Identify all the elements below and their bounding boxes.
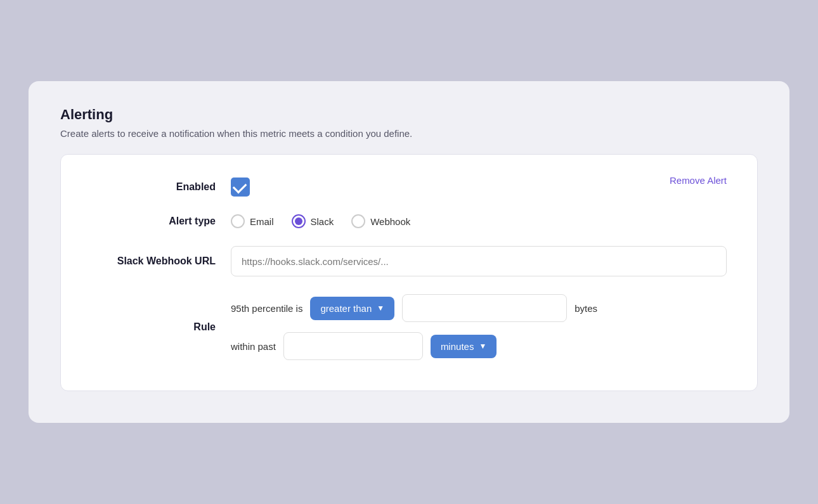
alert-type-row: Alert type Email Slack Webhook [91,214,727,228]
radio-option-webhook[interactable]: Webhook [351,214,410,228]
enabled-row: Enabled [91,178,727,197]
unit-label: bytes [575,303,597,314]
radio-circle-slack[interactable] [292,214,306,228]
time-unit-dropdown-label: minutes [441,341,474,352]
slack-webhook-row: Slack Webhook URL [91,246,727,276]
enabled-checkbox[interactable] [231,178,250,197]
time-unit-dropdown-chevron-icon: ▼ [479,342,486,351]
condition-dropdown-chevron-icon: ▼ [377,304,384,313]
enabled-label: Enabled [91,181,231,193]
radio-label-email: Email [250,216,274,227]
rule-line-condition: 95th percentile is greater than ▼ bytes [231,294,597,322]
rule-prefix-text: 95th percentile is [231,303,302,314]
radio-circle-email[interactable] [231,214,245,228]
rule-content: 95th percentile is greater than ▼ bytes … [231,294,597,360]
slack-webhook-input[interactable] [231,246,727,276]
alert-card: Remove Alert Enabled Alert type Email Sl… [60,154,758,391]
alert-type-radio-group: Email Slack Webhook [231,214,410,228]
rule-line-time: within past minutes ▼ [231,332,597,360]
time-prefix-text: within past [231,341,276,352]
alert-type-label: Alert type [91,216,231,227]
radio-option-slack[interactable]: Slack [292,214,334,228]
rule-row: Rule 95th percentile is greater than ▼ b… [91,294,727,360]
time-unit-dropdown-button[interactable]: minutes ▼ [431,335,497,358]
page-subtitle: Create alerts to receive a notification … [60,128,758,139]
radio-label-slack: Slack [311,216,334,227]
time-value-input[interactable] [283,332,423,360]
condition-dropdown-button[interactable]: greater than ▼ [310,297,394,320]
condition-value-input[interactable] [402,294,567,322]
condition-dropdown-label: greater than [320,303,372,314]
page-title: Alerting [60,107,758,123]
remove-alert-button[interactable]: Remove Alert [670,175,727,186]
radio-label-webhook: Webhook [370,216,410,227]
radio-circle-webhook[interactable] [351,214,365,228]
outer-container: Alerting Create alerts to receive a noti… [29,81,789,423]
radio-option-email[interactable]: Email [231,214,274,228]
slack-webhook-label: Slack Webhook URL [91,255,231,267]
rule-label: Rule [91,321,231,333]
